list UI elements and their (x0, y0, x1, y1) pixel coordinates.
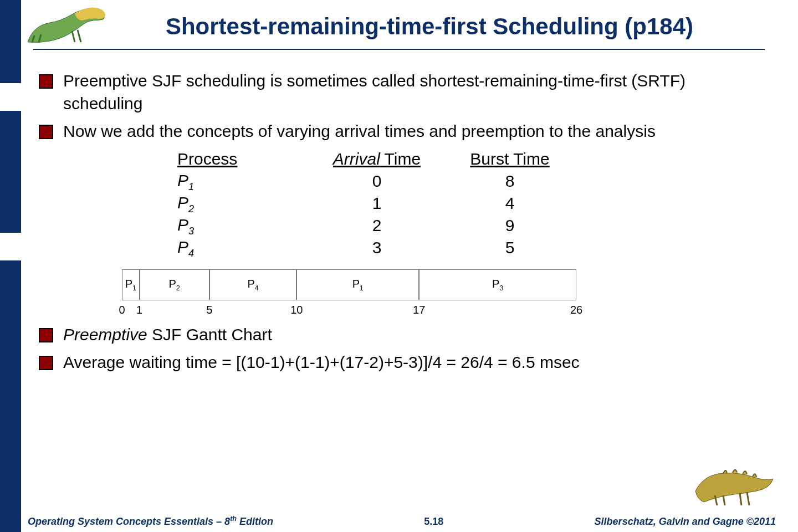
page-number: 5.18 (424, 516, 443, 528)
gantt-tick: 0 (119, 303, 125, 318)
cell-burst: 8 (449, 170, 571, 193)
gantt-chart: P1P2P4P1P3 015101726 (122, 269, 576, 319)
bullet-icon (39, 328, 53, 342)
bullet-4: Average waiting time = [(10-1)+(1-1)+(17… (39, 351, 765, 374)
gantt-segment: P2 (140, 269, 209, 300)
cell-arrival: 3 (305, 237, 449, 259)
table-row: P4 3 5 (172, 237, 765, 259)
footer-right: Silberschatz, Galvin and Gagne ©2011 (595, 516, 776, 528)
table-header: Process Arrival Time Burst Time (172, 149, 765, 171)
process-table: Process Arrival Time Burst Time P1 0 8 P… (172, 149, 765, 259)
col-process: Process (172, 148, 305, 171)
bullet-icon (39, 74, 53, 89)
gantt-tick: 17 (413, 303, 425, 318)
gantt-tick: 26 (570, 303, 582, 318)
gantt-segment: P4 (209, 269, 297, 300)
bullet-text: Preemptive SJF scheduling is sometimes c… (63, 70, 765, 115)
cell-burst: 9 (449, 214, 571, 237)
gantt-tick: 5 (206, 303, 212, 318)
gantt-bar: P1P2P4P1P3 (122, 269, 576, 300)
cell-burst: 5 (449, 237, 571, 259)
cell-burst: 4 (449, 192, 571, 215)
bullet-text: Preemptive SJF Gantt Chart (63, 324, 765, 346)
gantt-segment: P1 (296, 269, 419, 300)
bullet-icon (39, 125, 53, 139)
bullet-3: Preemptive SJF Gantt Chart (39, 324, 765, 346)
table-row: P2 1 4 (172, 193, 765, 215)
cell-arrival: 2 (305, 214, 449, 237)
title-underline (33, 49, 765, 50)
gantt-tick: 10 (290, 303, 303, 318)
bullet-1: Preemptive SJF scheduling is sometimes c… (39, 70, 765, 115)
slide-footer: Operating System Concepts Essentials – 8… (28, 511, 776, 528)
gantt-tick: 1 (136, 303, 142, 318)
cell-process: P1 (172, 170, 305, 193)
gantt-segment: P3 (419, 269, 576, 300)
bullet-2: Now we add the concepts of varying arriv… (39, 120, 765, 143)
table-row: P1 0 8 (172, 171, 765, 193)
slide-content: Preemptive SJF scheduling is sometimes c… (39, 66, 765, 499)
cell-arrival: 0 (305, 170, 449, 193)
cell-arrival: 1 (305, 192, 449, 215)
cell-process: P3 (172, 214, 305, 238)
footer-left: Operating System Concepts Essentials – 8… (28, 515, 273, 528)
bullet-text: Average waiting time = [(10-1)+(1-1)+(17… (63, 351, 765, 374)
col-arrival: Arrival Time (305, 148, 449, 171)
bullet-text: Now we add the concepts of varying arriv… (63, 120, 765, 143)
col-burst: Burst Time (449, 148, 571, 171)
gantt-ticks: 015101726 (122, 303, 576, 316)
bullet-icon (39, 356, 53, 370)
left-accent-bar (0, 0, 21, 532)
gantt-segment: P1 (122, 269, 140, 300)
cell-process: P2 (172, 192, 305, 216)
table-row: P3 2 9 (172, 215, 765, 237)
slide-title: Shortest-remaining-time-first Scheduling… (94, 13, 765, 40)
cell-process: P4 (172, 236, 305, 260)
